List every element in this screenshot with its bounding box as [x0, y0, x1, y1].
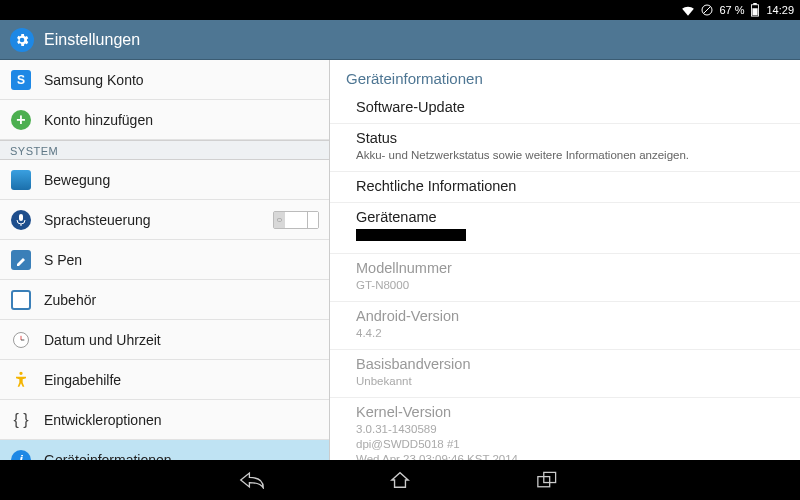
sidebar-item-s-pen[interactable]: S Pen — [0, 240, 329, 280]
sidebar-item-voice-control[interactable]: Sprachsteuerung ○ — [0, 200, 329, 240]
detail-item-device-name[interactable]: Gerätename — [330, 203, 800, 254]
sidebar-item-date-time[interactable]: Datum und Uhrzeit — [0, 320, 329, 360]
detail-item-status[interactable]: Status Akku- und Netzwerkstatus sowie we… — [330, 124, 800, 172]
svg-rect-5 — [19, 214, 23, 221]
detail-primary: Software-Update — [356, 99, 784, 115]
detail-header: Geräteinformationen — [330, 60, 800, 93]
sidebar-item-developer-options[interactable]: { } Entwickleroptionen — [0, 400, 329, 440]
info-icon: i — [10, 449, 32, 461]
battery-percent: 67 % — [719, 4, 744, 16]
no-sim-icon — [701, 4, 713, 16]
sidebar-item-accessibility[interactable]: Eingabehilfe — [0, 360, 329, 400]
detail-item-software-update[interactable]: Software-Update — [330, 93, 800, 124]
wifi-icon — [681, 4, 695, 16]
page-title: Einstellungen — [44, 31, 140, 49]
sidebar-item-motion[interactable]: Bewegung — [0, 160, 329, 200]
sidebar-item-label: Sprachsteuerung — [44, 212, 261, 228]
detail-primary: Rechtliche Informationen — [356, 178, 784, 194]
detail-primary: Gerätename — [356, 209, 784, 225]
detail-primary: Kernel-Version — [356, 404, 784, 420]
sidebar-item-label: Datum und Uhrzeit — [44, 332, 319, 348]
detail-secondary: Akku- und Netzwerkstatus sowie weitere I… — [356, 148, 784, 163]
samsung-account-icon: S — [10, 69, 32, 91]
navigation-bar — [0, 460, 800, 500]
motion-icon — [10, 169, 32, 191]
svg-rect-4 — [753, 8, 758, 15]
detail-item-android-version: Android-Version 4.4.2 — [330, 302, 800, 350]
device-name-redacted — [356, 229, 466, 241]
sidebar-item-samsung-account[interactable]: S Samsung Konto — [0, 60, 329, 100]
detail-pane: Geräteinformationen Software-Update Stat… — [330, 60, 800, 460]
action-bar: Einstellungen — [0, 20, 800, 60]
back-button[interactable] — [238, 466, 266, 494]
settings-icon — [10, 28, 34, 52]
s-pen-icon — [10, 249, 32, 271]
detail-primary: Modellnummer — [356, 260, 784, 276]
detail-secondary: GT-N8000 — [356, 278, 784, 293]
svg-rect-3 — [754, 3, 758, 5]
recent-apps-button[interactable] — [534, 466, 562, 494]
detail-primary: Status — [356, 130, 784, 146]
sidebar-item-accessory[interactable]: Zubehör — [0, 280, 329, 320]
sidebar-item-add-account[interactable]: + Konto hinzufügen — [0, 100, 329, 140]
sidebar-item-label: Samsung Konto — [44, 72, 319, 88]
detail-secondary: Unbekannt — [356, 374, 784, 389]
voice-control-toggle[interactable]: ○ — [273, 211, 319, 229]
sidebar-section-system: SYSTEM — [0, 140, 329, 160]
sidebar-item-label: Eingabehilfe — [44, 372, 319, 388]
battery-icon — [750, 3, 760, 17]
clock-icon — [10, 329, 32, 351]
detail-item-baseband-version: Basisbandversion Unbekannt — [330, 350, 800, 398]
developer-options-icon: { } — [10, 409, 32, 431]
voice-control-icon — [10, 209, 32, 231]
sidebar-item-device-info[interactable]: i Geräteinformationen — [0, 440, 329, 460]
svg-line-1 — [704, 7, 711, 14]
sidebar-item-label: S Pen — [44, 252, 319, 268]
sidebar-item-label: Bewegung — [44, 172, 319, 188]
clock: 14:29 — [766, 4, 794, 16]
detail-primary: Android-Version — [356, 308, 784, 324]
accessory-icon — [10, 289, 32, 311]
sidebar-item-label: Konto hinzufügen — [44, 112, 319, 128]
sidebar-item-label: Zubehör — [44, 292, 319, 308]
settings-sidebar: S Samsung Konto + Konto hinzufügen SYSTE… — [0, 60, 330, 460]
detail-item-model-number: Modellnummer GT-N8000 — [330, 254, 800, 302]
detail-primary: Basisbandversion — [356, 356, 784, 372]
sidebar-item-label: Entwickleroptionen — [44, 412, 319, 428]
sidebar-item-label: Geräteinformationen — [44, 452, 319, 461]
detail-item-legal-info[interactable]: Rechtliche Informationen — [330, 172, 800, 203]
detail-secondary: 4.4.2 — [356, 326, 784, 341]
detail-secondary: 3.0.31-1430589 dpi@SWDD5018 #1 Wed Apr 2… — [356, 422, 784, 460]
add-account-icon: + — [10, 109, 32, 131]
home-button[interactable] — [386, 466, 414, 494]
accessibility-icon — [10, 369, 32, 391]
detail-item-kernel-version: Kernel-Version 3.0.31-1430589 dpi@SWDD50… — [330, 398, 800, 460]
status-bar: 67 % 14:29 — [0, 0, 800, 20]
